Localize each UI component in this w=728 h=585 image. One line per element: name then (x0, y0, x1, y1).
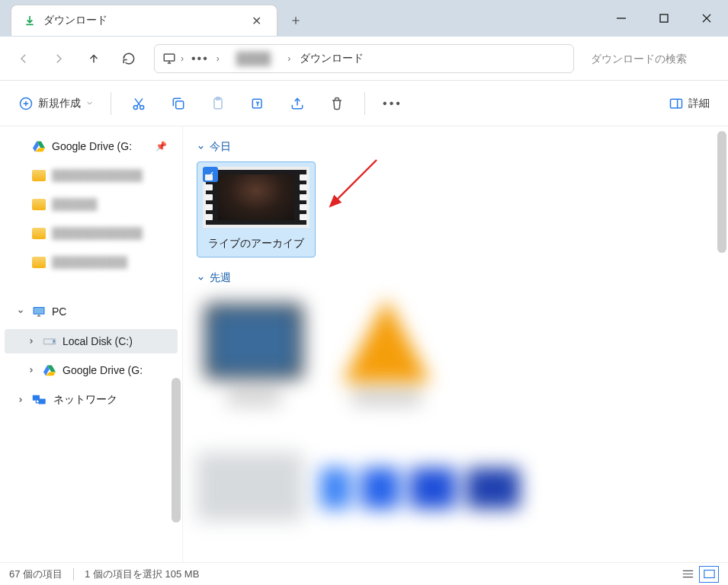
sidebar-item-label: PC (52, 305, 66, 318)
svg-rect-11 (34, 308, 44, 314)
chevron-down-icon (197, 143, 205, 152)
cut-button[interactable] (122, 88, 156, 119)
share-button[interactable] (281, 88, 314, 119)
folder-icon (32, 228, 46, 239)
sidebar-item-network[interactable]: ネットワーク (5, 387, 178, 413)
svg-rect-0 (660, 14, 668, 22)
folder-icon (32, 199, 46, 210)
navbar: › ••• › ████ › ダウンロード (0, 37, 728, 81)
close-window-button[interactable] (685, 0, 728, 36)
content-pane: 今日 ✓ ライブのアーカイブ 先週 (183, 126, 728, 562)
view-details-button[interactable] (678, 566, 698, 583)
sidebar-item-gdrive-pinned[interactable]: Google Drive (G: 📌 (5, 134, 178, 158)
chevron-right-icon[interactable] (26, 366, 37, 374)
breadcrumb-overflow[interactable]: ••• (188, 52, 212, 66)
svg-line-17 (335, 160, 377, 201)
minimize-button[interactable] (600, 0, 643, 36)
new-tab-button[interactable] (277, 5, 314, 36)
breadcrumb-sep: › (287, 53, 290, 64)
file-item-selected[interactable]: ✓ ライブのアーカイブ (197, 161, 316, 257)
svg-point-4 (140, 105, 144, 109)
annotation-arrow (328, 154, 389, 215)
window-controls (600, 0, 728, 36)
chevron-down-icon (197, 274, 205, 283)
main-area: Google Drive (G: 📌 ████████████ ██████ █… (0, 126, 728, 562)
file-row-blurred (197, 452, 714, 521)
copy-button[interactable] (162, 88, 195, 119)
titlebar: ダウンロード ✕ (0, 0, 728, 37)
breadcrumb-sep: › (181, 53, 184, 64)
sidebar-item-folder[interactable]: ████████████ (5, 221, 178, 245)
breadcrumb-sep: › (216, 53, 220, 64)
forward-button[interactable] (43, 43, 75, 75)
sidebar-item-folder[interactable]: ██████████ (5, 250, 178, 274)
sidebar: Google Drive (G: 📌 ████████████ ██████ █… (0, 126, 183, 562)
pc-icon (32, 305, 46, 318)
group-label: 今日 (210, 140, 231, 154)
sidebar-item-label: Google Drive (G: (52, 140, 132, 152)
separator (111, 92, 111, 115)
toolbar: 新規作成 ••• 詳細 (0, 81, 728, 126)
scrollbar[interactable] (172, 378, 181, 523)
refresh-button[interactable] (113, 43, 145, 75)
sidebar-item-folder[interactable]: ████████████ (5, 163, 178, 187)
separator (73, 568, 74, 580)
chevron-down-icon (85, 99, 94, 107)
details-label: 詳細 (688, 97, 710, 110)
details-button[interactable]: 詳細 (662, 88, 716, 119)
chevron-right-icon[interactable] (15, 396, 26, 404)
group-header-lastweek[interactable]: 先週 (197, 271, 714, 285)
file-label: ライブのアーカイブ (204, 235, 309, 252)
folder-icon (32, 170, 46, 181)
pin-icon: 📌 (156, 141, 167, 152)
sidebar-item-pc[interactable]: PC (5, 299, 178, 324)
new-label: 新規作成 (38, 97, 81, 110)
sidebar-item-local-disk[interactable]: Local Disk (C:) (5, 329, 178, 353)
breadcrumb-current[interactable]: ダウンロード (295, 50, 368, 67)
file-item[interactable] (329, 292, 444, 422)
delete-button[interactable] (320, 88, 354, 119)
disk-icon (43, 336, 56, 347)
svg-rect-18 (704, 571, 714, 578)
paste-button[interactable] (201, 88, 235, 119)
up-button[interactable] (78, 43, 110, 75)
new-button[interactable]: 新規作成 (12, 88, 100, 119)
svg-rect-1 (164, 54, 175, 61)
search-box[interactable] (583, 44, 720, 73)
chevron-down-icon[interactable] (15, 308, 26, 315)
sidebar-item-label: Google Drive (G: (63, 364, 143, 376)
video-thumbnail: ✓ (203, 167, 309, 228)
details-pane-icon (669, 96, 684, 111)
group-header-today[interactable]: 今日 (197, 140, 714, 154)
scrollbar[interactable] (717, 131, 726, 253)
file-item[interactable] (197, 292, 311, 422)
more-button[interactable]: ••• (376, 88, 409, 119)
tab-active[interactable]: ダウンロード ✕ (11, 5, 277, 36)
statusbar: 67 個の項目 1 個の項目を選択 105 MB (0, 562, 728, 585)
plus-circle-icon (18, 96, 34, 111)
svg-point-3 (133, 105, 137, 109)
monitor-icon (162, 52, 176, 66)
breadcrumb-hidden: ████ (224, 52, 283, 66)
group-label: 先週 (210, 271, 231, 285)
rename-button[interactable] (241, 88, 274, 119)
close-tab-icon[interactable]: ✕ (245, 11, 268, 31)
status-item-count: 67 個の項目 (9, 567, 63, 581)
tab-title: ダウンロード (43, 14, 245, 27)
address-bar[interactable]: › ••• › ████ › ダウンロード (154, 44, 574, 73)
svg-rect-13 (44, 340, 53, 344)
back-button[interactable] (8, 43, 40, 75)
gdrive-icon (32, 140, 46, 152)
search-input[interactable] (591, 53, 713, 65)
sidebar-item-folder[interactable]: ██████ (5, 192, 178, 216)
svg-rect-9 (671, 99, 682, 108)
maximize-button[interactable] (643, 0, 685, 36)
chevron-right-icon[interactable] (26, 337, 37, 345)
status-selection: 1 個の項目を選択 105 MB (85, 567, 199, 581)
sidebar-item-gdrive[interactable]: Google Drive (G: (5, 358, 178, 382)
view-icons-button[interactable] (699, 566, 719, 583)
svg-point-14 (53, 340, 55, 342)
gdrive-icon (43, 364, 56, 376)
separator (364, 92, 365, 115)
sidebar-item-label: Local Disk (C:) (63, 335, 133, 347)
